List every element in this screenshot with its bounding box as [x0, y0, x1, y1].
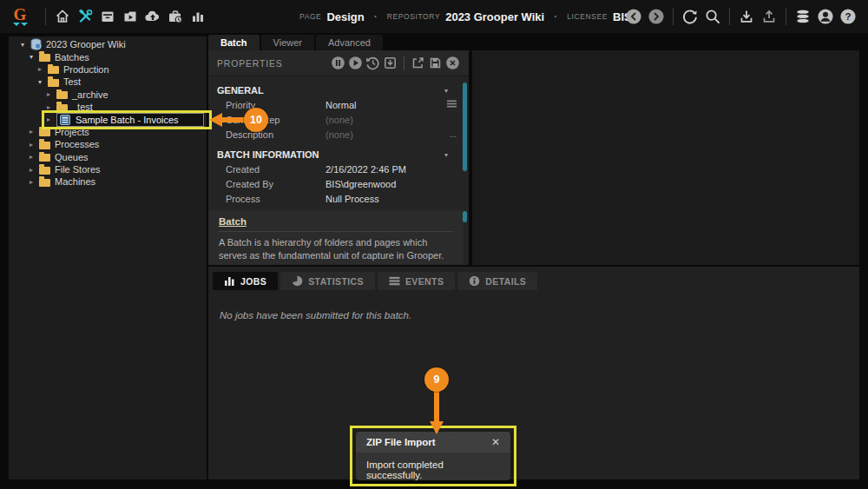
- chevron-down-icon[interactable]: ▾: [444, 151, 448, 159]
- property-row-created[interactable]: Created 2/16/2022 2:46 PM: [208, 162, 469, 176]
- property-value[interactable]: Normal: [326, 100, 356, 110]
- property-key: Created By: [208, 179, 326, 189]
- property-value: Null Process: [326, 194, 379, 204]
- property-key: Priority: [208, 100, 326, 110]
- refresh-icon[interactable]: [681, 7, 700, 26]
- property-row-process[interactable]: Process Null Process: [208, 191, 469, 206]
- divider: [786, 8, 786, 25]
- tree-item-label: Batches: [55, 52, 89, 63]
- cloud-upload-icon[interactable]: [142, 6, 163, 27]
- page-value[interactable]: Design: [326, 10, 364, 23]
- user-icon[interactable]: [816, 7, 835, 26]
- tab-jobs[interactable]: JOBS: [213, 272, 278, 290]
- folder-icon: [48, 79, 59, 87]
- tree-item-machines[interactable]: ▸ Machines: [9, 175, 207, 188]
- section-general[interactable]: GENERAL ▾: [208, 83, 469, 97]
- tab-details[interactable]: DETAILS: [457, 272, 537, 290]
- tab-statistics[interactable]: STATISTICS: [280, 272, 375, 290]
- home-icon[interactable]: [52, 6, 73, 27]
- chevron-right-icon[interactable]: ▸: [30, 178, 39, 186]
- tree-item-production[interactable]: ▸ Production: [9, 63, 207, 76]
- chevron-right-icon[interactable]: ▸: [47, 90, 56, 98]
- tab-viewer[interactable]: Viewer: [261, 35, 314, 50]
- property-row-created-by[interactable]: Created By BIS\dgreenwood: [208, 176, 469, 191]
- properties-header: PROPERTIES: [208, 50, 469, 76]
- divider: [673, 8, 674, 25]
- menu-icon[interactable]: [447, 100, 457, 109]
- property-value: BIS\dgreenwood: [326, 179, 396, 189]
- tree-item-label: Processes: [55, 139, 99, 149]
- tree-item-file-stores[interactable]: ▸ File Stores: [9, 163, 207, 175]
- chevron-down-icon[interactable]: ▾: [30, 53, 39, 61]
- grooper-logo-letter: G: [14, 7, 27, 22]
- tree-item-test[interactable]: ▾ Test: [9, 76, 207, 88]
- bottom-tab-bar: JOBS STATISTICS EVENTS DETAILS: [213, 272, 537, 290]
- grooper-logo-mark: [13, 23, 28, 26]
- tree-item-queues[interactable]: ▸ Queues: [9, 151, 207, 163]
- property-key: Process: [208, 194, 326, 204]
- scrollbar-thumb[interactable]: [463, 83, 467, 171]
- info-icon: [469, 275, 480, 287]
- close-icon[interactable]: [445, 56, 460, 70]
- chevron-down-icon[interactable]: ▾: [21, 41, 30, 49]
- property-value: 2/16/2022 2:46 PM: [326, 164, 406, 175]
- chevron-right-icon[interactable]: ▸: [30, 128, 39, 135]
- section-batch-information[interactable]: BATCH INFORMATION ▾: [208, 148, 469, 162]
- chevron-down-icon[interactable]: ▾: [38, 78, 48, 86]
- list-icon: [389, 275, 400, 287]
- chevron-down-icon[interactable]: ▾: [444, 87, 448, 95]
- svg-text:?: ?: [845, 11, 851, 22]
- ellipsis-button[interactable]: ...: [450, 129, 457, 139]
- back-icon[interactable]: [624, 7, 643, 26]
- chevron-right-icon[interactable]: ▸: [30, 153, 39, 161]
- bar-chart-icon[interactable]: [187, 6, 208, 27]
- tree-item-label: Production: [63, 64, 109, 75]
- media-box-icon[interactable]: [120, 6, 141, 27]
- tree-item-label: File Stores: [55, 164, 101, 175]
- help-icon[interactable]: ?: [838, 7, 858, 26]
- breadcrumb: PAGE Design · REPOSITORY 2023 Grooper Wi…: [299, 0, 632, 33]
- forward-icon[interactable]: [647, 7, 666, 26]
- tree-item-batches[interactable]: ▾ Batches: [9, 50, 207, 63]
- design-tools-icon[interactable]: [75, 6, 95, 27]
- divider: [729, 8, 730, 25]
- scrollbar-thumb[interactable]: [463, 211, 467, 222]
- annotation-badge-10: 10: [244, 108, 268, 132]
- upload-icon[interactable]: [760, 7, 779, 26]
- storage-box-icon[interactable]: [97, 6, 118, 27]
- help-title: Batch: [219, 216, 453, 227]
- folder-icon: [39, 167, 50, 175]
- history-icon[interactable]: [365, 56, 380, 70]
- repository-value[interactable]: 2023 Grooper Wiki: [445, 10, 544, 23]
- tasks-clock-icon[interactable]: [165, 6, 186, 27]
- chevron-right-icon[interactable]: ▸: [38, 65, 48, 73]
- play-icon[interactable]: [348, 56, 363, 70]
- download-icon[interactable]: [737, 7, 756, 26]
- tab-advanced[interactable]: Advanced: [316, 35, 383, 50]
- crumb-separator: ·: [374, 10, 378, 23]
- grooper-logo[interactable]: G: [0, 7, 40, 26]
- folder-icon: [39, 154, 50, 162]
- tab-label: Viewer: [273, 37, 302, 48]
- tree-item-archive[interactable]: ▸ _archive: [9, 89, 207, 101]
- tab-events[interactable]: EVENTS: [378, 272, 455, 290]
- tree-item-repository[interactable]: ▾ 2023 Grooper Wiki: [9, 38, 207, 50]
- node-tree-panel: ▾ 2023 Grooper Wiki ▾ Batches ▸ Producti…: [9, 36, 207, 479]
- licensee-label: LICENSEE: [567, 12, 608, 21]
- pause-icon[interactable]: [331, 56, 345, 70]
- annotation-badge-9: 9: [424, 367, 449, 392]
- divider: [404, 56, 404, 70]
- tab-label: DETAILS: [485, 276, 526, 287]
- property-value[interactable]: (none): [326, 115, 353, 125]
- open-external-icon[interactable]: [411, 56, 425, 70]
- tree-item-label: _archive: [72, 89, 108, 100]
- tab-batch[interactable]: Batch: [208, 35, 260, 50]
- chevron-right-icon[interactable]: ▸: [30, 141, 39, 149]
- tree-item-processes[interactable]: ▸ Processes: [9, 138, 207, 150]
- search-icon[interactable]: [703, 7, 722, 26]
- save-icon[interactable]: [428, 56, 443, 70]
- import-icon[interactable]: [383, 56, 398, 70]
- property-value[interactable]: (none): [326, 129, 353, 140]
- chevron-right-icon[interactable]: ▸: [30, 166, 39, 174]
- database-icon[interactable]: [793, 7, 812, 26]
